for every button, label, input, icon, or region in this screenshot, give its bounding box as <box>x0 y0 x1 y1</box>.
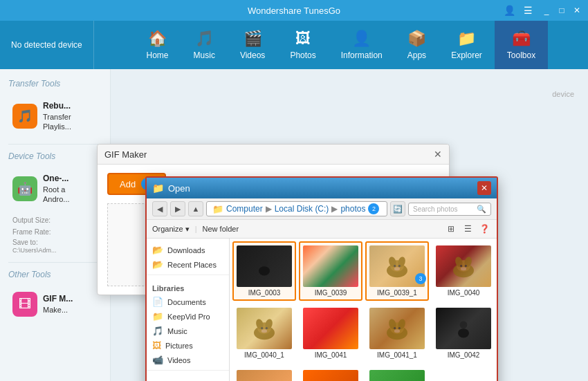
user-icon[interactable]: 👤 <box>504 5 515 16</box>
close-button[interactable]: ✕ <box>571 5 582 16</box>
left-panel-music[interactable]: 🎵 Music <box>147 324 229 338</box>
nav-photos[interactable]: 🖼 Photos <box>277 21 328 69</box>
nav-apps-label: Apps <box>407 50 426 60</box>
view-mode-button[interactable]: ⊞ <box>444 222 458 236</box>
keepvid-icon: 📁 <box>152 311 163 322</box>
left-panel-downloads[interactable]: 📂 Downloads <box>147 243 229 257</box>
left-panel-documents[interactable]: 📄 Documents <box>147 295 229 309</box>
main-content: Transfer Tools 🎵 Rebu... TransferPlaylis… <box>0 69 588 381</box>
forward-button[interactable]: ▶ <box>170 201 185 216</box>
downloads-folder-icon: 📂 <box>152 245 163 255</box>
file-item[interactable]: IMG_0039 <box>299 241 362 301</box>
breadcrumb-local-disk[interactable]: Local Disk (C:) <box>275 204 329 214</box>
sidebar-item-gif-maker[interactable]: 🎞 GIF M... Make... <box>8 286 102 322</box>
gif-maker-close-button[interactable]: ✕ <box>434 149 442 160</box>
nav-videos[interactable]: 🎬 Videos <box>228 21 277 69</box>
svg-point-27 <box>394 327 396 329</box>
minimize-button[interactable]: _ <box>541 5 552 16</box>
nav-bar: No detected device 🏠 Home 🎵 Music 🎬 Vide… <box>0 21 588 69</box>
file-name: IMG_0041_1 <box>377 351 417 359</box>
one-click-text: One-... Root aAndro... <box>43 174 70 204</box>
svg-point-22 <box>261 329 267 333</box>
nav-apps[interactable]: 📦 Apps <box>395 21 439 69</box>
breadcrumb-computer[interactable]: Computer <box>226 204 263 214</box>
menu-icon[interactable]: ☰ <box>524 5 533 16</box>
svg-point-29 <box>394 329 400 333</box>
open-dialog-content: 📂 Downloads 📂 Recent Places Libraries 📄 … <box>147 239 497 381</box>
one-click-icon: 🤖 <box>12 176 37 201</box>
right-panel: IMG_0003IMG_0039IMG_0039_13IMG_0040IMG_0… <box>230 239 497 381</box>
breadcrumb-bar[interactable]: 📁 Computer ▶ Local Disk (C:) ▶ photos 2 <box>206 201 387 216</box>
file-item[interactable]: IMG_partial3 <box>365 366 429 381</box>
file-name: IMG_0041 <box>315 351 347 359</box>
videos-icon: 🎬 <box>244 30 262 48</box>
add-label: Add <box>120 179 136 189</box>
rebuild-sub: TransferPlaylis... <box>43 113 71 131</box>
maximize-button[interactable]: □ <box>556 5 567 16</box>
svg-point-8 <box>394 267 400 270</box>
nav-toolbox[interactable]: 🧰 Toolbox <box>495 21 548 69</box>
svg-point-31 <box>458 328 469 337</box>
svg-point-15 <box>461 267 466 270</box>
output-size-label: Output Size: <box>8 214 102 227</box>
open-dialog-title-text: Open <box>168 183 190 194</box>
file-item[interactable]: IMG_0040_1 <box>232 304 296 363</box>
up-button[interactable]: ▲ <box>188 201 203 216</box>
left-panel-pictures[interactable]: 🖼 Pictures <box>147 338 229 353</box>
organize-button[interactable]: Organize ▾ <box>152 225 190 234</box>
nav-explorer-label: Explorer <box>451 50 482 60</box>
apps-icon: 📦 <box>407 30 426 48</box>
sidebar-item-rebuild[interactable]: 🎵 Rebu... TransferPlaylis... <box>8 95 102 137</box>
svg-point-6 <box>394 265 396 267</box>
explorer-icon: 📁 <box>457 30 476 48</box>
nav-information[interactable]: 👤 Information <box>329 21 395 69</box>
svg-point-13 <box>460 265 462 267</box>
help-button[interactable]: ❓ <box>477 222 491 236</box>
nav-explorer[interactable]: 📁 Explorer <box>439 21 495 69</box>
svg-point-1 <box>259 266 270 275</box>
file-grid: IMG_0003IMG_0039IMG_0039_13IMG_0040IMG_0… <box>232 241 494 381</box>
nav-home[interactable]: 🏠 Home <box>134 21 181 69</box>
device-status: No detected device <box>0 21 94 69</box>
refresh-button[interactable]: 🔄 <box>390 201 405 216</box>
sidebar: Transfer Tools 🎵 Rebu... TransferPlaylis… <box>0 69 111 381</box>
libraries-section: Libraries 📄 Documents 📁 KeepVid Pro 🎵 Mu… <box>147 275 229 367</box>
rebuild-icon: 🎵 <box>12 104 37 129</box>
file-name: IMG_0039_1 <box>377 289 417 297</box>
step3-badge: 3 <box>415 273 426 284</box>
toolbox-icon: 🧰 <box>512 30 531 48</box>
file-item[interactable]: IMG_0040 <box>432 241 495 301</box>
details-mode-button[interactable]: ☰ <box>461 222 475 236</box>
nav-toolbox-label: Toolbox <box>507 50 535 60</box>
computer-header: Computer <box>147 378 229 381</box>
left-panel-recent-places[interactable]: 📂 Recent Places <box>147 257 229 272</box>
sidebar-item-one-click[interactable]: 🤖 One-... Root aAndro... <box>8 168 102 210</box>
one-click-name: One-... <box>43 174 68 183</box>
file-item[interactable]: IMG_partial1 <box>232 366 296 381</box>
new-folder-button[interactable]: New folder <box>203 225 239 233</box>
documents-icon: 📄 <box>152 297 163 307</box>
section-device-tools: Device Tools <box>8 151 102 161</box>
svg-point-14 <box>465 265 467 267</box>
file-name: IMG_0039 <box>315 289 347 297</box>
search-box[interactable]: Search photos 🔍 <box>408 203 491 216</box>
left-panel-videos[interactable]: 📹 Videos <box>147 353 229 367</box>
open-folder-icon: 📁 <box>152 183 164 194</box>
keepvid-label: KeepVid Pro <box>167 313 210 321</box>
file-item[interactable]: IMG_0039_13 <box>365 241 429 301</box>
open-dialog-titlebar: 📁 Open ✕ <box>147 178 497 198</box>
gif-maker-titlebar: GIF Maker ✕ <box>98 145 449 165</box>
nav-music[interactable]: 🎵 Music <box>181 21 228 69</box>
file-item[interactable]: IMG_0041 <box>299 304 362 363</box>
file-item[interactable]: IMG_0041_1 <box>365 304 429 363</box>
downloads-label: Downloads <box>167 246 205 254</box>
back-button[interactable]: ◀ <box>152 201 167 216</box>
file-item[interactable]: IMG_0042 <box>432 304 495 363</box>
rebuild-name: Rebu... <box>43 101 71 111</box>
file-item[interactable]: IMG_partial2 <box>299 366 362 381</box>
breadcrumb-photos[interactable]: photos <box>340 204 365 214</box>
left-panel-keepvid[interactable]: 📁 KeepVid Pro <box>147 309 229 324</box>
open-dialog-close-button[interactable]: ✕ <box>477 181 491 195</box>
organize-bar: Organize ▾ | New folder ⊞ ☰ ❓ <box>147 220 497 239</box>
file-item[interactable]: IMG_0003 <box>232 241 296 301</box>
